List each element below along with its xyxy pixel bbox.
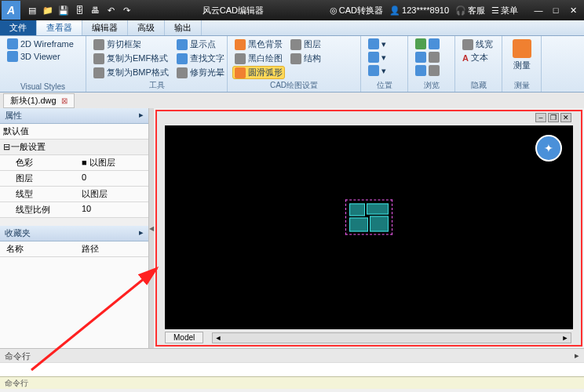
command-line[interactable]: 命令行▸ bbox=[0, 348, 584, 362]
undo-icon[interactable]: ↶ bbox=[104, 3, 118, 17]
document-tab[interactable]: 新块(1).dwg ⊠ bbox=[3, 93, 75, 108]
status-bar: 命令行 bbox=[0, 376, 584, 389]
saveall-icon[interactable]: 🗄 bbox=[72, 3, 86, 17]
bw-draw-button[interactable]: 黑白绘图 bbox=[232, 52, 285, 65]
layer-button[interactable]: 图层 bbox=[288, 38, 323, 51]
prop-row-ltscale[interactable]: 线型比例10 bbox=[0, 202, 148, 218]
save-icon[interactable]: 💾 bbox=[57, 3, 71, 17]
cut-frame-button[interactable]: 剪切框架 bbox=[91, 38, 171, 51]
command-input-area[interactable] bbox=[0, 362, 584, 376]
copy-bmp-button[interactable]: 复制为BMP格式 bbox=[91, 66, 171, 79]
tab-file[interactable]: 文件 bbox=[0, 20, 37, 35]
browse-2-button[interactable] bbox=[413, 51, 450, 64]
ribbon-group-visual: 2D Wireframe 3D Viewer Visual Styles bbox=[0, 36, 86, 92]
main-area: 属性▸ 默认值 ⊟一般设置 色彩■ 以图层 图层0 线型以图层 线型比例10 收… bbox=[0, 108, 584, 348]
scroll-right-icon[interactable]: ► bbox=[560, 334, 571, 342]
wireframe-2d-button[interactable]: 2D Wireframe bbox=[5, 38, 81, 50]
general-settings-section[interactable]: ⊟一般设置 bbox=[0, 140, 148, 155]
drawing-canvas[interactable]: ✦ bbox=[165, 125, 573, 329]
browse-1-button[interactable] bbox=[413, 38, 450, 50]
app-logo: A bbox=[2, 1, 20, 20]
viewport-minimize-icon[interactable]: – bbox=[535, 113, 546, 122]
zoom-out-button[interactable]: ▾ bbox=[366, 51, 403, 64]
text-hide-button[interactable]: A文本 bbox=[460, 51, 497, 64]
lineweight-button[interactable]: 线宽 bbox=[460, 38, 497, 51]
fav-collapse-icon[interactable]: ▸ bbox=[139, 227, 144, 239]
tab-advanced[interactable]: 高级 bbox=[128, 20, 165, 35]
ribbon-group-tools: 剪切框架 复制为EMF格式 复制为BMP格式 显示点 查找文字 修剪光晕 工具 bbox=[86, 36, 228, 92]
new-icon[interactable]: ▤ bbox=[25, 3, 39, 17]
viewer-3d-button[interactable]: 3D Viewer bbox=[5, 50, 81, 63]
menu-dropdown[interactable]: ☰菜单 bbox=[491, 5, 518, 16]
tab-output[interactable]: 输出 bbox=[165, 20, 202, 35]
tab-editor[interactable]: 编辑器 bbox=[82, 20, 128, 35]
group-label-draw: CAD绘图设置 bbox=[228, 80, 360, 91]
viewport-highlight-frame: – ❐ ✕ ✦ Model ◄ ► bbox=[155, 110, 582, 347]
group-label-tools: 工具 bbox=[86, 80, 227, 91]
tab-viewer[interactable]: 查看器 bbox=[37, 20, 82, 35]
copy-emf-button[interactable]: 复制为EMF格式 bbox=[91, 52, 171, 65]
smooth-arc-button[interactable]: 圆滑弧形 bbox=[232, 66, 285, 79]
properties-header: 属性▸ bbox=[0, 108, 148, 124]
close-document-icon[interactable]: ⊠ bbox=[61, 96, 68, 105]
prop-row-layer[interactable]: 图层0 bbox=[0, 171, 148, 187]
pan-button[interactable]: ▾ bbox=[366, 64, 403, 77]
ribbon-group-measure: 测量 测量 bbox=[502, 36, 542, 92]
browse-3-button[interactable] bbox=[413, 64, 450, 77]
measure-button[interactable]: 测量 bbox=[507, 38, 536, 73]
cmdline-expand-icon[interactable]: ▸ bbox=[575, 350, 579, 361]
app-title: 风云CAD编辑器 bbox=[137, 5, 330, 16]
ribbon-tabs: 文件 查看器 编辑器 高级 输出 bbox=[0, 20, 584, 36]
find-text-button[interactable]: 查找文字 bbox=[174, 52, 227, 65]
group-label-visual: Visual Styles bbox=[0, 82, 86, 91]
group-label-position: 位置 bbox=[361, 80, 407, 91]
favorites-header: 收藏夹▸ bbox=[0, 226, 148, 241]
minimize-button[interactable]: — bbox=[531, 3, 546, 17]
ribbon-group-draw: 黑色背景 黑白绘图 圆滑弧形 图层 结构 CAD绘图设置 bbox=[228, 36, 361, 92]
group-label-browse: 浏览 bbox=[408, 80, 454, 91]
cad-converter-link[interactable]: ◎CAD转换器 bbox=[330, 5, 383, 16]
drawing-viewport[interactable]: – ❐ ✕ ✦ Model ◄ ► bbox=[157, 111, 581, 345]
default-value-row: 默认值 bbox=[0, 124, 148, 140]
viewport-close-icon[interactable]: ✕ bbox=[560, 113, 571, 122]
ribbon-group-browse: 浏览 bbox=[408, 36, 455, 92]
group-label-measure: 测量 bbox=[502, 80, 541, 91]
maximize-button[interactable]: □ bbox=[548, 3, 564, 17]
ruler-icon bbox=[513, 39, 531, 58]
model-space-tab[interactable]: Model bbox=[165, 332, 203, 343]
struct-button[interactable]: 结构 bbox=[288, 52, 323, 65]
user-account[interactable]: 👤123****8910 bbox=[389, 5, 449, 16]
prop-row-color[interactable]: 色彩■ 以图层 bbox=[0, 155, 148, 171]
cad-drawing-content bbox=[345, 200, 392, 235]
show-point-button[interactable]: 显示点 bbox=[174, 38, 227, 51]
support-link[interactable]: 🎧客服 bbox=[455, 5, 485, 16]
document-name: 新块(1).dwg bbox=[10, 95, 57, 107]
ribbon: 2D Wireframe 3D Viewer Visual Styles 剪切框… bbox=[0, 36, 584, 93]
open-icon[interactable]: 📁 bbox=[41, 3, 55, 17]
viewport-maximize-icon[interactable]: ❐ bbox=[548, 113, 559, 122]
prop-row-linetype[interactable]: 线型以图层 bbox=[0, 187, 148, 202]
ribbon-group-hide: 线宽 A文本 隐藏 bbox=[455, 36, 502, 92]
view-cube-icon[interactable]: ✦ bbox=[535, 135, 562, 162]
print-icon[interactable]: 🖶 bbox=[88, 3, 102, 17]
ribbon-group-position: ▾ ▾ ▾ 位置 bbox=[361, 36, 408, 92]
close-button[interactable]: ✕ bbox=[565, 3, 581, 17]
scroll-left-icon[interactable]: ◄ bbox=[213, 334, 224, 342]
title-bar: A ▤ 📁 💾 🗄 🖶 ↶ ↷ 风云CAD编辑器 ◎CAD转换器 👤123***… bbox=[0, 0, 584, 20]
group-label-hide: 隐藏 bbox=[455, 80, 502, 91]
splitter-handle[interactable] bbox=[149, 108, 154, 348]
document-tab-bar: 新块(1).dwg ⊠ bbox=[0, 93, 584, 108]
panel-collapse-icon[interactable]: ▸ bbox=[139, 110, 144, 122]
edit-poly-button[interactable]: 修剪光晕 bbox=[174, 66, 227, 79]
properties-panel: 属性▸ 默认值 ⊟一般设置 色彩■ 以图层 图层0 线型以图层 线型比例10 收… bbox=[0, 108, 149, 348]
redo-icon[interactable]: ↷ bbox=[119, 3, 133, 17]
horizontal-scrollbar[interactable]: ◄ ► bbox=[212, 332, 571, 343]
black-bg-button[interactable]: 黑色背景 bbox=[232, 38, 285, 51]
favorites-columns: 名称路径 bbox=[0, 241, 148, 257]
quick-access-toolbar: ▤ 📁 💾 🗄 🖶 ↶ ↷ bbox=[22, 3, 137, 17]
zoom-in-button[interactable]: ▾ bbox=[366, 38, 403, 50]
